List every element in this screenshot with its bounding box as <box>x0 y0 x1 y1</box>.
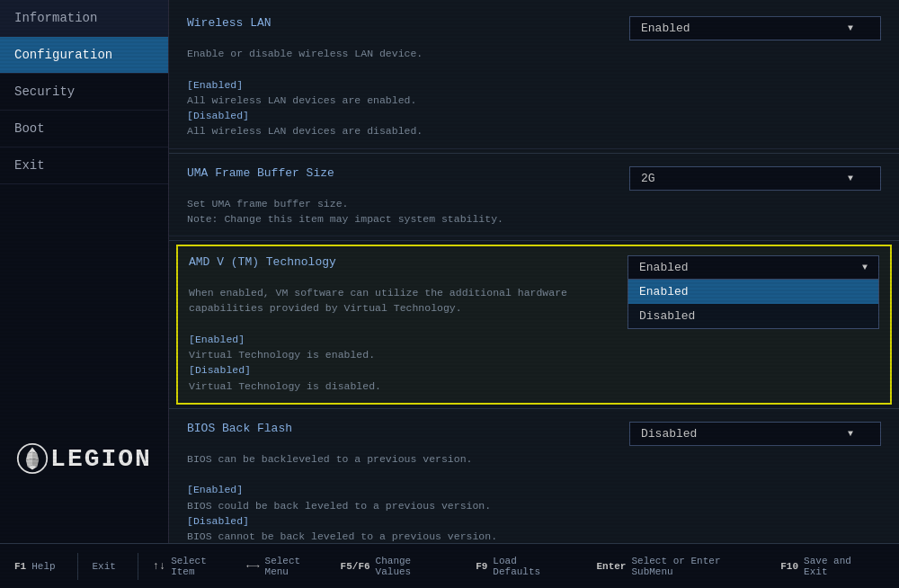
bios-flash-description: BIOS can be backleveled to a previous ve… <box>187 451 881 543</box>
bios-flash-value[interactable]: Disabled ▼ <box>629 422 881 446</box>
help-label: Help <box>31 561 55 572</box>
setting-bios-back-flash: BIOS Back Flash Disabled ▼ BIOS can be b… <box>169 413 899 543</box>
amd-v-option-disabled[interactable]: Disabled <box>628 304 878 328</box>
divider-1 <box>169 153 899 154</box>
divider-2 <box>169 240 899 241</box>
f10-key: F10 <box>780 561 798 572</box>
amd-v-trigger[interactable]: Enabled ▼ <box>628 255 879 280</box>
bios-flash-label: BIOS Back Flash <box>187 422 629 435</box>
help-shortcut: F1 Help <box>14 561 56 572</box>
divider-bar-2 <box>138 553 138 580</box>
logo-area: LEGION <box>0 428 168 489</box>
f9-key: F9 <box>476 561 487 572</box>
sidebar-item-exit[interactable]: Exit <box>0 147 168 184</box>
leftright-icon: ←→ <box>246 560 259 573</box>
select-item-label: Select Item <box>171 556 225 577</box>
bios-flash-dropdown[interactable]: Disabled ▼ <box>629 422 881 446</box>
updown-icon: ↑↓ <box>153 560 165 573</box>
amd-v-dropdown[interactable]: Enabled ▼ Enabled Disabled <box>628 255 879 280</box>
setting-amd-v-technology: AMD V (TM) Technology Enabled ▼ Enabled <box>176 245 892 405</box>
sidebar-item-boot[interactable]: Boot <box>0 111 168 147</box>
setting-uma-frame-buffer: UMA Frame Buffer Size 2G ▼ Set UMA frame… <box>169 157 899 237</box>
sidebar-item-security[interactable]: Security <box>0 74 168 111</box>
wireless-lan-dropdown[interactable]: Enabled ▼ <box>629 16 881 40</box>
amd-v-arrow-icon: ▼ <box>862 263 868 272</box>
wireless-lan-arrow-icon: ▼ <box>848 23 853 33</box>
enter-submenu-label: Select or Enter SubMenu <box>631 556 737 577</box>
amd-v-label: AMD V (TM) Technology <box>189 255 628 269</box>
f5f6-key: F5/F6 <box>341 561 370 572</box>
setting-wireless-lan: Wireless LAN Enabled ▼ Enable or disable… <box>169 7 899 149</box>
wireless-lan-value[interactable]: Enabled ▼ <box>629 16 881 40</box>
uma-arrow-icon: ▼ <box>848 174 853 183</box>
amd-v-option-enabled[interactable]: Enabled <box>628 280 878 304</box>
enter-shortcut: Enter Select or Enter SubMenu <box>596 556 737 577</box>
uma-label: UMA Frame Buffer Size <box>187 166 629 180</box>
sidebar-item-information[interactable]: Information <box>0 0 168 37</box>
divider-3 <box>169 408 899 409</box>
sidebar-item-configuration[interactable]: Configuration <box>0 37 168 74</box>
bios-flash-arrow-icon: ▼ <box>848 429 853 439</box>
uma-dropdown[interactable]: 2G ▼ <box>629 166 881 191</box>
wireless-lan-description: Enable or disable wireless LAN device. [… <box>187 46 881 139</box>
enter-key: Enter <box>596 561 626 572</box>
f1-key: F1 <box>14 561 26 572</box>
divider-bar-1 <box>77 553 78 580</box>
select-item-shortcut: ↑↓ Select Item <box>153 556 225 577</box>
change-values-shortcut: F5/F6 Change Values <box>341 556 433 577</box>
load-defaults-label: Load Defaults <box>493 556 553 577</box>
legion-logo-icon <box>16 442 49 475</box>
bios-screen: Information Configuration Security Boot … <box>0 0 899 588</box>
main-content: Wireless LAN Enabled ▼ Enable or disable… <box>169 0 899 543</box>
load-defaults-shortcut: F9 Load Defaults <box>476 556 553 577</box>
bottom-bar-right: F5/F6 Change Values F9 Load Defaults Ent… <box>341 556 885 577</box>
select-menu-shortcut: ←→ Select Menu <box>246 556 318 577</box>
exit-label: Exit <box>92 561 115 572</box>
amd-v-dropdown-list: Enabled Disabled <box>628 280 879 329</box>
exit-shortcut: Exit <box>92 561 115 572</box>
save-exit-label: Save and Exit <box>804 556 863 577</box>
select-menu-label: Select Menu <box>265 556 319 577</box>
change-values-label: Change Values <box>376 556 433 577</box>
save-exit-shortcut: F10 Save and Exit <box>780 556 863 577</box>
sidebar: Information Configuration Security Boot … <box>0 0 169 543</box>
logo-text: LEGION <box>50 445 152 473</box>
wireless-lan-label: Wireless LAN <box>187 16 629 30</box>
uma-value[interactable]: 2G ▼ <box>629 166 881 191</box>
uma-description: Set UMA frame buffer size. Note: Change … <box>187 196 881 227</box>
settings-list: Wireless LAN Enabled ▼ Enable or disable… <box>169 0 899 543</box>
bottom-bar: F1 Help Exit ↑↓ Select Item ←→ Select Me… <box>0 543 899 588</box>
